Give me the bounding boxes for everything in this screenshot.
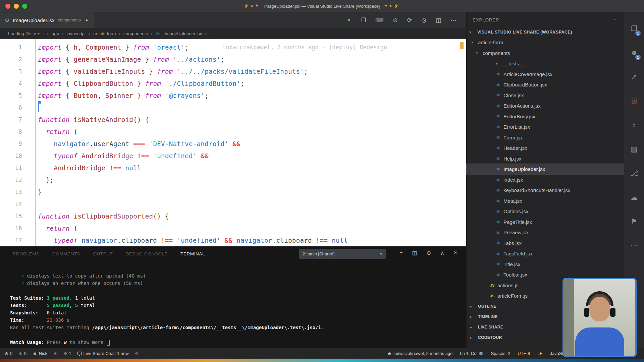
code-line-13[interactable]: 13}: [0, 186, 466, 198]
indentation-status[interactable]: Spaces: 2: [491, 351, 510, 356]
line-number: 16: [0, 222, 27, 234]
tree-item-components[interactable]: ▾components: [467, 48, 624, 59]
split-editor-icon[interactable]: ◫: [436, 17, 441, 24]
cursor-position[interactable]: Ln 1, Col 39: [460, 351, 483, 356]
modified-dot-icon[interactable]: ●: [86, 18, 88, 22]
breadcrumb-item-article-form[interactable]: article-form: [93, 31, 116, 36]
liveshare-people-icon[interactable]: ☻1: [624, 41, 644, 65]
encoding-status[interactable]: UTF-8: [518, 351, 530, 356]
tree-item-EditorActions.jsx[interactable]: ⚛EditorActions.jsx: [467, 101, 624, 111]
remote-explorer-icon[interactable]: ☁: [624, 185, 644, 209]
warnings-indicator[interactable]: ⚠0: [18, 351, 26, 356]
code-line-17[interactable]: 17 typeof navigator.clipboard !== 'undef…: [0, 234, 466, 246]
tree-item-PageTitle.jsx[interactable]: ⚛PageTitle.jsx: [467, 217, 624, 228]
kill-terminal-icon[interactable]: ⊖: [427, 250, 431, 256]
panel-tab-output[interactable]: OUTPUT: [93, 251, 113, 256]
tree-item-TagsField.jsx[interactable]: ⚛TagsField.jsx: [467, 248, 624, 259]
new-terminal-icon[interactable]: +: [399, 250, 402, 256]
code-line-10[interactable]: 10 typeof AndroidBridge !== 'undefined' …: [0, 150, 466, 162]
source-control-icon[interactable]: ⎇: [624, 161, 644, 185]
code-line-16[interactable]: 16 return (: [0, 222, 466, 234]
workspace-section-header[interactable]: ▾ VISUAL STUDIO LIVE SHARE (WORKSPACE): [467, 27, 624, 37]
code-line-9[interactable]: 9 navigator.userAgent === 'DEV-Native-an…: [0, 138, 466, 150]
code-line-7[interactable]: 7function isNativeAndroid() {: [0, 114, 466, 126]
code-line-12[interactable]: 12 );: [0, 174, 466, 186]
code-line-8[interactable]: 8 return (: [0, 126, 466, 138]
line-content: import { h, Component } from 'preact';: [38, 41, 189, 53]
minimize-window-button[interactable]: [14, 4, 19, 9]
tree-item-ArticleCoverImage.jsx[interactable]: ⚛ArticleCoverImage.jsx: [467, 69, 624, 80]
close-panel-icon[interactable]: ×: [454, 250, 457, 256]
tree-item-Form.jsx[interactable]: ⚛Form.jsx: [467, 132, 624, 143]
tree-item-ErrorList.jsx[interactable]: ⚛ErrorList.jsx: [467, 122, 624, 132]
errors-indicator[interactable]: ⊗0: [5, 351, 12, 356]
code-line-4[interactable]: 4import { ClipboardButton } from './Clip…: [0, 77, 466, 89]
open-changes-icon[interactable]: ❐: [361, 17, 366, 24]
sparkle-indicator[interactable]: ✧: [135, 351, 139, 356]
history-icon[interactable]: ◷: [421, 17, 426, 24]
liveshare-star[interactable]: ★: [53, 351, 57, 356]
line-content: import { validateFileInputs } from '../.…: [38, 65, 308, 77]
tree-item-Header.jsx[interactable]: ⚛Header.jsx: [467, 143, 624, 154]
code-line-14[interactable]: 14: [0, 198, 466, 210]
tree-item-Meta.jsx[interactable]: ⚛Meta.jsx: [467, 196, 624, 206]
tree-item-Title.jsx[interactable]: ⚛Title.jsx: [467, 259, 624, 270]
code-editor[interactable]: 1import { h, Component } from 'preact';l…: [0, 39, 466, 246]
terminal-output[interactable]: ✓ displays text to copy after upload (40…: [10, 272, 324, 346]
extensions-icon[interactable]: ⊞: [624, 89, 644, 113]
sync-icon[interactable]: ⟳: [407, 17, 412, 24]
breadcrumb-item-loading-file-tree-[interactable]: Loading file tree...: [8, 31, 44, 36]
panel-tab-debug-console[interactable]: DEBUG CONSOLE: [125, 251, 168, 256]
tree-item-ClipboardButton.jsx[interactable]: ⚛ClipboardButton.jsx: [467, 79, 624, 90]
code-line-3[interactable]: 3import { validateFileInputs } from '../…: [0, 65, 466, 77]
code-line-15[interactable]: 15function isClipboardSupported() {: [0, 210, 466, 222]
bookmarks-icon[interactable]: ⚑: [624, 209, 644, 234]
panel-tab-comments[interactable]: COMMENTS: [52, 251, 80, 256]
panel-tab-problems[interactable]: PROBLEMS: [13, 251, 40, 256]
tree-item-Tabs.jsx[interactable]: ⚛Tabs.jsx: [467, 238, 624, 249]
more-views-icon[interactable]: ⋯: [624, 234, 644, 258]
tab-imageuploader[interactable]: ⚙ ImageUploader.jsx components ●: [0, 12, 94, 28]
share-icon[interactable]: ↗: [624, 65, 644, 89]
breadcrumb-item-javascript[interactable]: javascript: [67, 31, 86, 36]
explorer-icon[interactable]: ❐1: [624, 16, 644, 41]
breadcrumb-item-components[interactable]: components: [123, 31, 148, 36]
zoom-window-button[interactable]: [22, 4, 27, 9]
eol-status[interactable]: LF: [537, 351, 542, 356]
code-line-2[interactable]: 2import { generateMainImage } from '../a…: [0, 53, 466, 65]
liveshare-session-icon[interactable]: ✦: [347, 17, 352, 24]
code-line-6[interactable]: 6: [0, 102, 466, 114]
tree-item-ImageUploader.jsx[interactable]: ⚛ImageUploader.jsx: [467, 164, 624, 175]
more-actions-icon[interactable]: ⋯: [613, 17, 618, 23]
tree-item-EditorBody.jsx[interactable]: ⚛EditorBody.jsx: [467, 111, 624, 122]
split-terminal-icon[interactable]: ◫: [412, 250, 417, 256]
keyboard-icon[interactable]: ⌨: [375, 17, 384, 24]
tree-item-keyboardShortcutsHandler.jsx[interactable]: ⚛keyboardShortcutsHandler.jsx: [467, 185, 624, 196]
code-line-1[interactable]: 1import { h, Component } from 'preact';l…: [0, 41, 466, 53]
code-line-11[interactable]: 11 AndroidBridge !== null: [0, 162, 466, 174]
tree-item-article-form[interactable]: ▾article-form: [467, 37, 624, 48]
terminal-shell-select[interactable]: 2: bash [Shared] ∨: [299, 249, 386, 259]
breadcrumb-item-app[interactable]: app: [52, 31, 59, 36]
more-actions-icon[interactable]: ⋯: [450, 17, 456, 24]
notifications-indicator[interactable]: ❖1: [63, 351, 71, 356]
tree-item-Options.jsx[interactable]: ⚛Options.jsx: [467, 206, 624, 217]
close-window-button[interactable]: [5, 4, 10, 9]
toggle-blame-icon[interactable]: ⊘: [393, 17, 398, 24]
liveshare-user[interactable]: ☻Nick: [33, 351, 47, 356]
liveshare-chat[interactable]: Live Share Chat: 1 new: [77, 351, 129, 356]
tree-item-Close.jsx[interactable]: ⚛Close.jsx: [467, 90, 624, 101]
tree-item-Preview.jsx[interactable]: ⚛Preview.jsx: [467, 227, 624, 238]
panel-tab-terminal[interactable]: TERMINAL: [180, 251, 205, 256]
tree-item-index.jsx[interactable]: ⚛index.jsx: [467, 175, 624, 185]
breadcrumb-item--[interactable]: ...: [210, 31, 213, 36]
maximize-panel-icon[interactable]: ∧: [440, 250, 444, 256]
gear-icon[interactable]: ⚙: [5, 17, 9, 23]
live-share-sessions-icon[interactable]: ▤: [624, 137, 644, 161]
tree-item-__tests__[interactable]: ▸__tests__: [467, 58, 624, 69]
code-line-5[interactable]: 5import { Button, Spinner } from '@crayo…: [0, 89, 466, 102]
git-blame-status[interactable]: ☻ludwiczakpawel, 2 months ago: [387, 351, 452, 356]
search-icon[interactable]: ⌕: [624, 113, 644, 137]
tree-item-Help.jsx[interactable]: ⚛Help.jsx: [467, 154, 624, 164]
breadcrumb-item-imageuploader-jsx[interactable]: ⚛ImageUploader.jsx: [156, 31, 202, 36]
